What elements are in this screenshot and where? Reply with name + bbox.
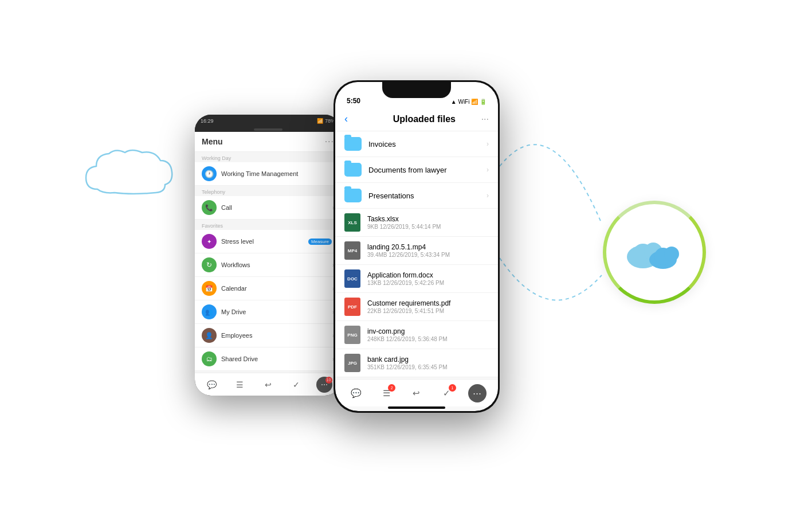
file-name-tasks: Tasks.xlsx: [367, 215, 489, 223]
menu-item-calendar[interactable]: 📅 Calendar ›: [195, 277, 341, 300]
file-name-inv: inv-com.png: [367, 327, 489, 335]
file-info-application: 13KB 12/26/2019, 5:42:26 PM: [367, 280, 489, 286]
android-phone: 16:29 📶 78% Menu ··· Working Day 🕐 Worki…: [195, 115, 341, 396]
iphone-file-list: Invoices › Documents from lawyer › Prese…: [335, 131, 498, 377]
file-icon-png: PNG: [344, 326, 360, 344]
iphone-nav-menu[interactable]: ☰ 2: [377, 384, 395, 402]
iphone-time: 5:50: [347, 97, 360, 105]
iphone-nav-menu-badge: 2: [388, 384, 395, 392]
folder-presentations[interactable]: Presentations ›: [335, 183, 498, 209]
file-name-bank: bank card.jpg: [367, 355, 489, 363]
android-status-bar: 16:29 📶 78%: [195, 115, 341, 127]
folder-invoices-chevron: ›: [487, 140, 489, 148]
file-application-docx[interactable]: DOC Application form.docx 13KB 12/26/201…: [335, 265, 498, 293]
menu-item-my-drive[interactable]: 👥 My Drive ›: [195, 300, 341, 324]
iphone-phone: 5:50 ▲ WiFi 📶 🔋 ‹ Uploaded files ··· Inv…: [334, 80, 500, 413]
android-app-header: Menu ···: [195, 132, 341, 152]
file-meta-tasks: Tasks.xlsx 9KB 12/26/2019, 5:44:14 PM: [367, 215, 489, 230]
file-icon-mp4: MP4: [344, 241, 360, 260]
my-drive-icon: 👥: [202, 304, 217, 319]
android-nav-badge: 10: [325, 377, 332, 384]
android-status-icons: 📶 78%: [317, 118, 335, 124]
iphone-nav-more[interactable]: ⋯: [468, 384, 487, 402]
file-icon-xlsx: XLS: [344, 213, 360, 232]
working-time-label: Working Time Management: [221, 170, 334, 177]
file-tasks-xlsx[interactable]: XLS Tasks.xlsx 9KB 12/26/2019, 5:44:14 P…: [335, 209, 498, 237]
folder-documents-lawyer-label: Documents from lawyer: [368, 166, 487, 174]
measure-badge[interactable]: Measure: [308, 239, 332, 245]
iphone-page-title: Uploaded files: [352, 114, 496, 124]
android-time: 16:29: [201, 118, 214, 124]
file-info-inv: 248KB 12/26/2019, 5:36:48 PM: [367, 336, 489, 342]
file-info-bank: 351KB 12/26/2019, 6:35:45 PM: [367, 364, 489, 370]
file-inv-com-png[interactable]: PNG inv-com.png 248KB 12/26/2019, 5:36:4…: [335, 321, 498, 349]
android-nav-check[interactable]: ✓: [288, 377, 304, 393]
calendar-label: Calendar: [221, 285, 332, 292]
folder-invoices-label: Invoices: [368, 140, 487, 148]
section-favorites: Favorites: [195, 220, 341, 230]
call-icon: 📞: [202, 200, 217, 215]
cloud-circle-icon: [603, 201, 706, 304]
iphone-nav-chat[interactable]: 💬: [347, 384, 365, 402]
file-landing-mp4[interactable]: MP4 landing 20.5.1.mp4 39.4MB 12/26/2019…: [335, 237, 498, 265]
employees-label: Employees: [221, 332, 332, 339]
file-icon-jpg: JPG: [344, 354, 360, 372]
workflows-icon: ↻: [202, 257, 217, 272]
iphone-nav-check[interactable]: ✓ 1: [438, 384, 456, 402]
menu-item-employees[interactable]: 👤 Employees ›: [195, 324, 341, 347]
file-customer-pdf[interactable]: PDF Customer requirements.pdf 22KB 12/26…: [335, 293, 498, 321]
iphone-back-button[interactable]: ‹: [344, 113, 348, 125]
shared-drive-label: Shared Drive: [221, 355, 332, 362]
android-speaker: [254, 128, 283, 131]
file-icon-pdf: PDF: [344, 298, 360, 316]
iphone-status-icons: ▲ WiFi 📶 🔋: [451, 99, 487, 105]
file-name-landing: landing 20.5.1.mp4: [367, 243, 489, 251]
menu-item-call[interactable]: 📞 Call ›: [195, 196, 341, 220]
android-nav-chat[interactable]: 💬: [204, 377, 220, 393]
folder-documents-lawyer[interactable]: Documents from lawyer ›: [335, 157, 498, 183]
iphone-nav-check-badge: 1: [449, 384, 456, 392]
menu-item-working-time[interactable]: 🕐 Working Time Management: [195, 162, 341, 186]
android-nav-back[interactable]: ↩: [260, 377, 276, 393]
file-icon-docx: DOC: [344, 269, 360, 288]
folder-presentations-chevron: ›: [487, 191, 489, 200]
file-bank-card-jpg[interactable]: JPG bank card.jpg 351KB 12/26/2019, 6:35…: [335, 349, 498, 377]
svg-point-5: [664, 247, 679, 261]
file-meta-application: Application form.docx 13KB 12/26/2019, 5…: [367, 271, 489, 286]
iphone-notch: [382, 82, 451, 98]
iphone-home-indicator: [388, 406, 445, 409]
folder-invoices[interactable]: Invoices ›: [335, 131, 498, 157]
menu-item-workflows[interactable]: ↻ Workflows ›: [195, 253, 341, 277]
android-notch: [195, 127, 341, 132]
file-meta-inv: inv-com.png 248KB 12/26/2019, 5:36:48 PM: [367, 327, 489, 342]
file-info-landing: 39.4MB 12/26/2019, 5:43:34 PM: [367, 252, 489, 258]
android-header-title: Menu: [202, 137, 223, 146]
file-info-customer: 22KB 12/26/2019, 5:41:51 PM: [367, 308, 489, 314]
folder-icon: [344, 137, 362, 151]
menu-item-stress[interactable]: ✦ Stress level Measure: [195, 230, 341, 253]
android-bottom-nav: 💬 ☰ ↩ ✓ ⋯ 10: [195, 373, 341, 396]
folder-icon: [344, 163, 362, 177]
file-name-customer: Customer requirements.pdf: [367, 299, 489, 307]
iphone-nav-back[interactable]: ↩: [407, 384, 426, 402]
workflows-label: Workflows: [221, 261, 332, 268]
iphone-more-button[interactable]: ···: [481, 114, 489, 124]
android-header-dots: ···: [325, 136, 334, 147]
file-meta-customer: Customer requirements.pdf 22KB 12/26/201…: [367, 299, 489, 314]
iphone-header: ‹ Uploaded files ···: [335, 107, 498, 131]
file-meta-landing: landing 20.5.1.mp4 39.4MB 12/26/2019, 5:…: [367, 243, 489, 258]
iphone-inner: 5:50 ▲ WiFi 📶 🔋 ‹ Uploaded files ··· Inv…: [335, 82, 498, 411]
folder-documents-chevron: ›: [487, 166, 489, 174]
menu-item-shared-drive[interactable]: 🗂 Shared Drive ›: [195, 347, 341, 371]
working-time-icon: 🕐: [202, 166, 217, 181]
stress-label: Stress level: [221, 238, 308, 245]
file-info-tasks: 9KB 12/26/2019, 5:44:14 PM: [367, 224, 489, 230]
android-nav-menu[interactable]: ☰: [232, 377, 248, 393]
section-telephony: Telephony: [195, 186, 341, 196]
stress-icon: ✦: [202, 234, 217, 249]
android-nav-more[interactable]: ⋯ 10: [316, 377, 332, 393]
folder-presentations-label: Presentations: [368, 191, 487, 200]
iphone-screen: 5:50 ▲ WiFi 📶 🔋 ‹ Uploaded files ··· Inv…: [335, 82, 498, 411]
android-screen: Menu ··· Working Day 🕐 Working Time Mana…: [195, 132, 341, 378]
call-label: Call: [221, 204, 332, 211]
